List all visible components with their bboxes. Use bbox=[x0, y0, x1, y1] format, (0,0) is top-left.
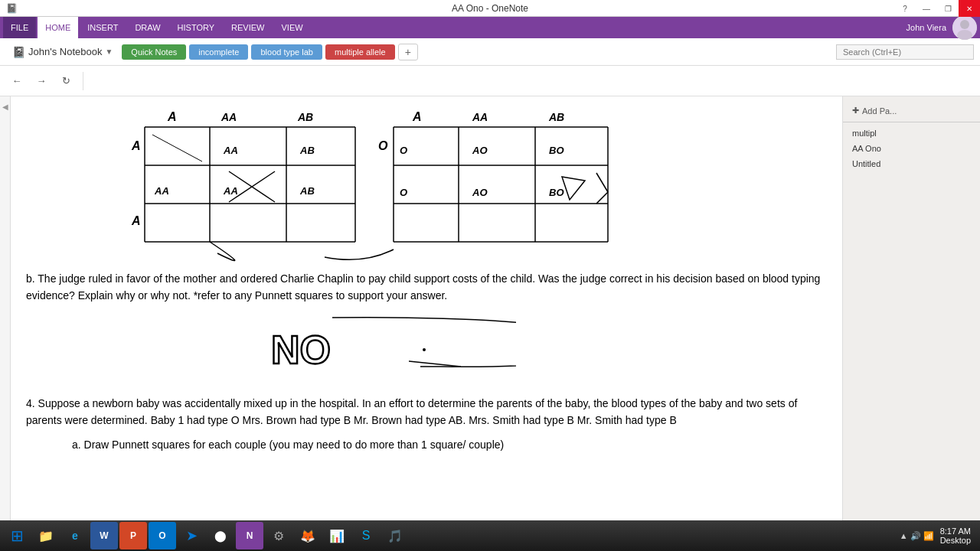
left-sidebar: ◀ bbox=[0, 96, 11, 551]
svg-text:AB: AB bbox=[299, 185, 315, 197]
restore-button[interactable]: ❐ bbox=[937, 0, 959, 17]
svg-text:AA: AA bbox=[220, 111, 237, 123]
answer-svg: NO bbox=[57, 311, 516, 373]
circle-icon[interactable]: ⬤ bbox=[207, 522, 234, 549]
file-explorer-icon[interactable]: 📁 bbox=[32, 522, 60, 549]
question-4a-text: a. Draw Punnett squares for each couple … bbox=[72, 439, 504, 451]
add-tab-button[interactable]: + bbox=[398, 44, 418, 60]
svg-text:AB: AB bbox=[297, 111, 313, 123]
svg-text:BO: BO bbox=[549, 145, 564, 156]
svg-text:O: O bbox=[400, 187, 407, 198]
ribbon-draw-tab[interactable]: DRAW bbox=[127, 17, 168, 38]
svg-text:O: O bbox=[378, 139, 388, 152]
svg-line-45 bbox=[409, 361, 461, 367]
svg-line-44 bbox=[596, 192, 608, 204]
search-input[interactable] bbox=[836, 44, 974, 60]
tab-incomplete[interactable]: incomplete bbox=[189, 44, 248, 60]
close-button[interactable]: ✕ bbox=[959, 0, 980, 17]
ppt-icon2[interactable]: 📊 bbox=[323, 522, 351, 549]
question-4a: a. Draw Punnett squares for each couple … bbox=[72, 437, 827, 454]
notebook-chevron: ▼ bbox=[105, 47, 113, 56]
svg-text:AB: AB bbox=[548, 111, 564, 123]
ribbon-file-tab[interactable]: FILE bbox=[3, 17, 36, 38]
arrow-icon[interactable]: ➤ bbox=[178, 522, 205, 549]
tab-blood-type-lab[interactable]: blood type lab bbox=[251, 44, 322, 60]
svg-text:AA: AA bbox=[223, 145, 238, 156]
clock: 8:17 AM Desktop bbox=[940, 527, 971, 545]
answer-area: NO bbox=[57, 311, 827, 373]
app-icon: 📓 bbox=[6, 3, 18, 14]
outlook-icon[interactable]: O bbox=[149, 522, 176, 549]
svg-text:AO: AO bbox=[472, 187, 488, 198]
sidebar-divider bbox=[843, 122, 980, 122]
notebook-bar: 📓 John's Notebook ▼ Quick Notes incomple… bbox=[0, 38, 980, 66]
ribbon-view-tab[interactable]: VIEW bbox=[273, 17, 310, 38]
question-4-text: 4. Suppose a newborn baby was accidental… bbox=[26, 397, 797, 426]
ie-icon[interactable]: e bbox=[61, 522, 89, 549]
settings-icon[interactable]: ⚙ bbox=[265, 522, 292, 549]
punnett-squares-area: A AA AB A A AA AB AA AA bbox=[26, 104, 827, 265]
svg-text:A: A bbox=[412, 110, 422, 123]
onenote-icon[interactable]: N bbox=[236, 522, 263, 549]
svg-text:AO: AO bbox=[472, 145, 488, 156]
system-tray: ▲ 🔊 📶 bbox=[900, 531, 934, 541]
back-button[interactable]: ← bbox=[6, 70, 28, 92]
svg-text:AA: AA bbox=[223, 185, 238, 197]
svg-text:A: A bbox=[131, 214, 141, 227]
word-icon[interactable]: W bbox=[90, 522, 118, 549]
tab-multiple-allele[interactable]: multiple allele bbox=[325, 44, 395, 60]
powerpoint-icon[interactable]: P bbox=[119, 522, 147, 549]
svg-text:A: A bbox=[131, 139, 141, 152]
punnett-svg: A AA AB A A AA AB AA AA bbox=[26, 104, 639, 265]
sidebar-item-untitled[interactable]: Untitled bbox=[843, 156, 980, 171]
minimize-button[interactable]: — bbox=[916, 0, 937, 17]
svg-text:AA: AA bbox=[472, 111, 488, 123]
sidebar-item-multipl[interactable]: multipl bbox=[843, 126, 980, 141]
svg-text:AB: AB bbox=[299, 145, 315, 156]
taskbar: ⊞ 📁 e W P O ➤ ⬤ N ⚙ 🦊 📊 S 🎵 ▲ 🔊 📶 8:17 A… bbox=[0, 520, 980, 551]
add-page-header[interactable]: ✚ Add Pa... bbox=[843, 103, 980, 119]
svg-text:BO: BO bbox=[549, 187, 564, 198]
toolbar-divider bbox=[83, 72, 83, 90]
content-area[interactable]: A AA AB A A AA AB AA AA bbox=[11, 96, 842, 551]
svg-point-1 bbox=[960, 20, 969, 29]
ribbon-history-tab[interactable]: HISTORY bbox=[170, 17, 223, 38]
right-sidebar: ✚ Add Pa... multipl AA Ono Untitled bbox=[842, 96, 980, 551]
question-b-text: b. The judge ruled in favor of the mothe… bbox=[26, 272, 820, 302]
ribbon-review-tab[interactable]: REVIEW bbox=[224, 17, 272, 38]
refresh-button[interactable]: ↻ bbox=[55, 70, 77, 92]
svg-text:O: O bbox=[400, 145, 407, 156]
ribbon-home-tab[interactable]: HOME bbox=[38, 17, 78, 38]
forward-button[interactable]: → bbox=[31, 70, 52, 92]
skype-icon[interactable]: S bbox=[352, 522, 380, 549]
ribbon-insert-tab[interactable]: INSERT bbox=[80, 17, 126, 38]
svg-text:NO: NO bbox=[271, 328, 331, 372]
help-button[interactable]: ? bbox=[894, 0, 916, 17]
svg-line-43 bbox=[596, 173, 608, 192]
tab-quick-notes[interactable]: Quick Notes bbox=[122, 44, 186, 60]
title-bar: 📓 AA Ono - OneNote ? — ❐ ✕ bbox=[0, 0, 980, 17]
svg-text:A: A bbox=[167, 110, 177, 123]
music-icon[interactable]: 🎵 bbox=[381, 522, 409, 549]
firefox-icon[interactable]: 🦊 bbox=[294, 522, 322, 549]
notebook-name[interactable]: 📓 John's Notebook ▼ bbox=[6, 43, 119, 61]
window-title: AA Ono - OneNote bbox=[452, 3, 528, 14]
question-b: b. The judge ruled in favor of the mothe… bbox=[26, 271, 827, 304]
sidebar-item-aaono[interactable]: AA Ono bbox=[843, 141, 980, 156]
svg-text:AA: AA bbox=[154, 185, 169, 197]
collapse-btn[interactable]: ◀ bbox=[1, 103, 9, 111]
svg-point-46 bbox=[423, 348, 426, 351]
svg-marker-42 bbox=[562, 177, 585, 200]
start-button[interactable]: ⊞ bbox=[3, 522, 31, 549]
toolbar: ← → ↻ bbox=[0, 66, 980, 96]
user-name: John Viera bbox=[906, 23, 946, 32]
note-content: b. The judge ruled in favor of the mothe… bbox=[26, 271, 827, 453]
svg-line-16 bbox=[152, 135, 202, 161]
ribbon: FILE HOME INSERT DRAW HISTORY REVIEW VIE… bbox=[0, 17, 980, 38]
user-avatar bbox=[952, 15, 977, 40]
taskbar-right: ▲ 🔊 📶 8:17 AM Desktop bbox=[900, 527, 977, 545]
question-4: 4. Suppose a newborn baby was accidental… bbox=[26, 396, 827, 429]
window-controls[interactable]: ? — ❐ ✕ bbox=[894, 0, 980, 17]
main-layout: ◀ A AA AB bbox=[0, 96, 980, 551]
